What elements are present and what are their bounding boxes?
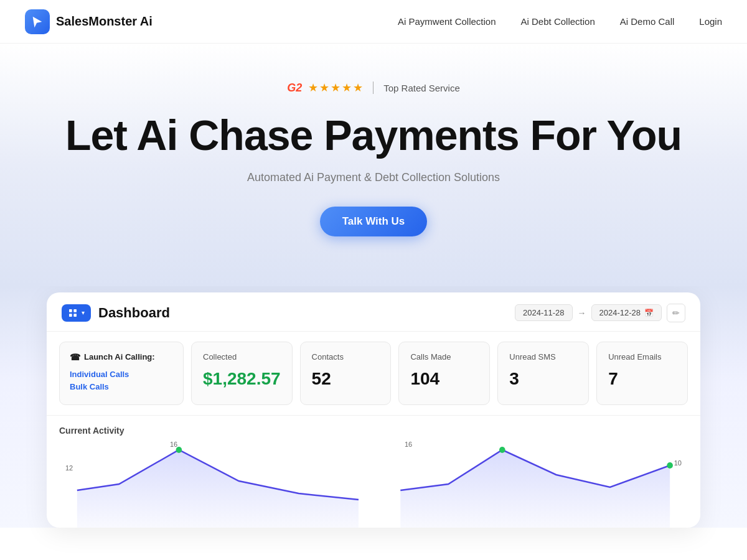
unread-sms-value: 3 [509, 369, 577, 389]
unread-emails-label: Unread Emails [608, 352, 676, 362]
brand: SalesMonster Ai [25, 9, 153, 34]
dashboard-title-group: ▾ Dashboard [62, 304, 170, 322]
navbar: SalesMonster Ai Ai Paymwent Collection A… [0, 0, 747, 44]
date-range: 2024-11-28 → 2024-12-28 📅 ✏ [515, 304, 685, 322]
left-peak-label: 16 [170, 441, 177, 448]
contacts-label: Contacts [312, 352, 380, 362]
stats-row: ☎ Launch Ai Calling: Individual Calls Bu… [47, 332, 700, 416]
calls-made-label: Calls Made [410, 352, 478, 362]
calendar-icon: 📅 [644, 309, 654, 317]
chart-dot-right-peak [499, 447, 505, 453]
brand-icon [25, 9, 50, 34]
dashboard-icon-button[interactable]: ▾ [62, 304, 91, 322]
dashboard-header: ▾ Dashboard 2024-11-28 → 2024-12-28 📅 ✏ [47, 292, 700, 332]
dashboard-card: ▾ Dashboard 2024-11-28 → 2024-12-28 📅 ✏ [47, 292, 700, 528]
cursor-icon [31, 15, 44, 29]
hero-cta-button[interactable]: Talk With Us [320, 207, 428, 236]
unread-emails-stat: Unread Emails 7 [596, 342, 688, 405]
activity-title: Current Activity [59, 426, 688, 436]
chevron-down-icon: ▾ [82, 309, 85, 316]
svg-rect-3 [73, 314, 77, 317]
calls-made-stat: Calls Made 104 [398, 342, 490, 405]
date-arrow-icon: → [578, 308, 586, 318]
hero-rating: G2 ★ ★ ★ ★ ★ Top Rated Service [25, 81, 722, 95]
right-peak-label: 16 [405, 441, 412, 448]
nav-demo-call[interactable]: Ai Demo Call [620, 16, 675, 27]
svg-rect-1 [73, 309, 77, 312]
bulk-calls-link[interactable]: Bulk Calls [70, 382, 173, 391]
nav-debt-collection[interactable]: Ai Debt Collection [521, 16, 595, 27]
star-3: ★ [331, 81, 341, 95]
rating-divider [373, 82, 374, 94]
hero-title: Let Ai Chase Payments For You [25, 112, 722, 159]
activity-section: Current Activity 16 12 16 10 [47, 416, 700, 528]
g2-logo: G2 [287, 82, 302, 95]
star-1: ★ [308, 81, 318, 95]
contacts-value: 52 [312, 369, 380, 389]
edit-button[interactable]: ✏ [667, 304, 685, 322]
left-low-label: 12 [65, 464, 73, 472]
date-to-pill[interactable]: 2024-12-28 📅 [591, 304, 662, 321]
date-from-pill[interactable]: 2024-11-28 [515, 304, 573, 321]
activity-chart: 16 12 16 10 [59, 441, 688, 528]
unread-sms-label: Unread SMS [509, 352, 577, 362]
launch-ai-calling-card: ☎ Launch Ai Calling: Individual Calls Bu… [59, 342, 184, 405]
star-2: ★ [319, 81, 329, 95]
hero-subtitle: Automated Ai Payment & Debt Collection S… [25, 171, 722, 184]
svg-rect-2 [69, 314, 72, 317]
unread-emails-value: 7 [608, 369, 676, 389]
star-rating: ★ ★ ★ ★ ★ [308, 81, 363, 95]
dashboard-title: Dashboard [98, 305, 170, 321]
individual-calls-link[interactable]: Individual Calls [70, 370, 173, 379]
chart-fill-right [400, 450, 670, 528]
calls-made-value: 104 [410, 369, 478, 389]
star-5: ★ [353, 81, 363, 95]
nav-login[interactable]: Login [699, 16, 722, 27]
collected-label: Collected [203, 352, 281, 362]
right-value-label: 10 [674, 459, 682, 467]
nav-payment-collection[interactable]: Ai Paymwent Collection [398, 16, 496, 27]
grid-icon [68, 308, 78, 318]
rating-text: Top Rated Service [383, 83, 460, 93]
collected-stat: Collected $1,282.57 [191, 342, 293, 405]
chart-svg [59, 441, 688, 528]
svg-rect-0 [69, 309, 72, 312]
unread-sms-stat: Unread SMS 3 [497, 342, 589, 405]
phone-icon: ☎ [70, 352, 80, 362]
nav-links: Ai Paymwent Collection Ai Debt Collectio… [398, 16, 722, 27]
hero-section: G2 ★ ★ ★ ★ ★ Top Rated Service Let Ai Ch… [0, 44, 747, 286]
contacts-stat: Contacts 52 [300, 342, 392, 405]
chart-dot-right-end [667, 462, 673, 469]
launch-title: ☎ Launch Ai Calling: [70, 352, 173, 362]
brand-name: SalesMonster Ai [56, 14, 153, 29]
dashboard-preview: ▾ Dashboard 2024-11-28 → 2024-12-28 📅 ✏ [0, 286, 747, 528]
collected-value: $1,282.57 [203, 369, 281, 389]
star-4: ★ [342, 81, 352, 95]
date-from-value: 2024-11-28 [523, 308, 565, 317]
chart-fill-left [77, 450, 359, 528]
pencil-icon: ✏ [672, 308, 680, 318]
date-to-value: 2024-12-28 [599, 308, 641, 317]
